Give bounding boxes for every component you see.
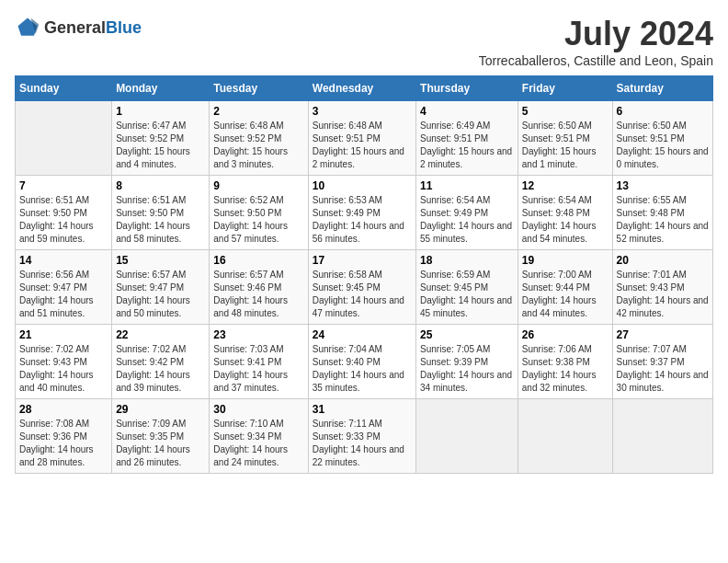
- calendar-day-cell: 7Sunrise: 6:51 AMSunset: 9:50 PMDaylight…: [16, 176, 112, 250]
- calendar-week-row: 28Sunrise: 7:08 AMSunset: 9:36 PMDayligh…: [16, 399, 713, 474]
- day-number: 5: [522, 105, 609, 118]
- calendar-day-cell: 21Sunrise: 7:02 AMSunset: 9:43 PMDayligh…: [16, 325, 112, 399]
- day-info: Sunrise: 6:50 AMSunset: 9:51 PMDaylight:…: [522, 120, 609, 171]
- day-info: Sunrise: 6:51 AMSunset: 9:50 PMDaylight:…: [19, 194, 108, 246]
- logo-text-general: General: [44, 18, 106, 37]
- day-number: 28: [19, 403, 108, 416]
- day-number: 24: [313, 328, 412, 341]
- day-number: 15: [116, 254, 205, 267]
- day-info: Sunrise: 6:52 AMSunset: 9:50 PMDaylight:…: [213, 194, 303, 246]
- day-info: Sunrise: 6:56 AMSunset: 9:47 PMDaylight:…: [19, 269, 108, 320]
- calendar-day-cell: 10Sunrise: 6:53 AMSunset: 9:49 PMDayligh…: [308, 176, 415, 250]
- day-number: 27: [617, 328, 709, 341]
- day-number: 17: [313, 254, 412, 267]
- calendar-day-cell: 14Sunrise: 6:56 AMSunset: 9:47 PMDayligh…: [16, 250, 112, 325]
- day-info: Sunrise: 7:07 AMSunset: 9:37 PMDaylight:…: [617, 343, 709, 395]
- calendar-day-cell: 9Sunrise: 6:52 AMSunset: 9:50 PMDaylight…: [210, 176, 308, 250]
- calendar-table: SundayMondayTuesdayWednesdayThursdayFrid…: [15, 75, 713, 474]
- day-number: 7: [19, 179, 108, 192]
- calendar-day-cell: 27Sunrise: 7:07 AMSunset: 9:37 PMDayligh…: [612, 325, 712, 399]
- day-number: 26: [522, 328, 609, 341]
- day-info: Sunrise: 6:58 AMSunset: 9:45 PMDaylight:…: [313, 269, 412, 320]
- calendar-day-header: Monday: [112, 76, 210, 101]
- day-number: 23: [213, 328, 303, 341]
- calendar-day-cell: 13Sunrise: 6:55 AMSunset: 9:48 PMDayligh…: [612, 176, 712, 250]
- calendar-day-cell: [518, 399, 612, 474]
- calendar-day-cell: 24Sunrise: 7:04 AMSunset: 9:40 PMDayligh…: [308, 325, 415, 399]
- calendar-day-cell: 28Sunrise: 7:08 AMSunset: 9:36 PMDayligh…: [16, 399, 112, 474]
- calendar-day-cell: 4Sunrise: 6:49 AMSunset: 9:51 PMDaylight…: [416, 101, 518, 176]
- calendar-day-cell: 5Sunrise: 6:50 AMSunset: 9:51 PMDaylight…: [518, 101, 612, 176]
- calendar-day-cell: 6Sunrise: 6:50 AMSunset: 9:51 PMDaylight…: [612, 101, 712, 176]
- calendar-week-row: 14Sunrise: 6:56 AMSunset: 9:47 PMDayligh…: [16, 250, 713, 325]
- day-info: Sunrise: 7:10 AMSunset: 9:34 PMDaylight:…: [213, 418, 303, 469]
- day-number: 1: [116, 105, 205, 118]
- calendar-day-cell: [416, 399, 518, 474]
- calendar-week-row: 7Sunrise: 6:51 AMSunset: 9:50 PMDaylight…: [16, 176, 713, 250]
- day-number: 14: [19, 254, 108, 267]
- day-info: Sunrise: 7:02 AMSunset: 9:42 PMDaylight:…: [116, 343, 205, 395]
- logo-text-blue: Blue: [106, 18, 142, 37]
- day-info: Sunrise: 7:11 AMSunset: 9:33 PMDaylight:…: [313, 418, 412, 469]
- day-number: 31: [313, 403, 412, 416]
- page-header: GeneralBlue July 2024 Torrecaballeros, C…: [15, 15, 713, 68]
- day-number: 8: [116, 179, 205, 192]
- day-number: 25: [420, 328, 514, 341]
- day-number: 19: [522, 254, 609, 267]
- calendar-day-cell: 12Sunrise: 6:54 AMSunset: 9:48 PMDayligh…: [518, 176, 612, 250]
- day-info: Sunrise: 6:51 AMSunset: 9:50 PMDaylight:…: [116, 194, 205, 246]
- day-info: Sunrise: 7:06 AMSunset: 9:38 PMDaylight:…: [522, 343, 609, 395]
- calendar-day-cell: 1Sunrise: 6:47 AMSunset: 9:52 PMDaylight…: [112, 101, 210, 176]
- day-info: Sunrise: 6:55 AMSunset: 9:48 PMDaylight:…: [617, 194, 709, 246]
- calendar-day-header: Friday: [518, 76, 612, 101]
- day-info: Sunrise: 6:48 AMSunset: 9:51 PMDaylight:…: [313, 120, 412, 171]
- calendar-day-cell: 3Sunrise: 6:48 AMSunset: 9:51 PMDaylight…: [308, 101, 415, 176]
- day-number: 12: [522, 179, 609, 192]
- calendar-day-cell: 31Sunrise: 7:11 AMSunset: 9:33 PMDayligh…: [308, 399, 415, 474]
- day-number: 21: [19, 328, 108, 341]
- calendar-day-header: Saturday: [612, 76, 712, 101]
- day-number: 10: [313, 179, 412, 192]
- day-number: 16: [213, 254, 303, 267]
- day-number: 18: [420, 254, 514, 267]
- calendar-day-cell: 20Sunrise: 7:01 AMSunset: 9:43 PMDayligh…: [612, 250, 712, 325]
- day-info: Sunrise: 6:54 AMSunset: 9:48 PMDaylight:…: [522, 194, 609, 246]
- calendar-day-cell: 29Sunrise: 7:09 AMSunset: 9:35 PMDayligh…: [112, 399, 210, 474]
- day-number: 4: [420, 105, 514, 118]
- calendar-day-cell: 17Sunrise: 6:58 AMSunset: 9:45 PMDayligh…: [308, 250, 415, 325]
- calendar-day-cell: 23Sunrise: 7:03 AMSunset: 9:41 PMDayligh…: [210, 325, 308, 399]
- day-info: Sunrise: 7:04 AMSunset: 9:40 PMDaylight:…: [313, 343, 412, 395]
- calendar-day-header: Wednesday: [308, 76, 415, 101]
- day-number: 9: [213, 179, 303, 192]
- day-info: Sunrise: 6:57 AMSunset: 9:46 PMDaylight:…: [213, 269, 303, 320]
- calendar-week-row: 21Sunrise: 7:02 AMSunset: 9:43 PMDayligh…: [16, 325, 713, 399]
- logo-icon: [15, 15, 40, 40]
- title-section: July 2024 Torrecaballeros, Castille and …: [479, 15, 713, 68]
- calendar-day-header: Tuesday: [210, 76, 308, 101]
- day-number: 20: [617, 254, 709, 267]
- day-info: Sunrise: 7:00 AMSunset: 9:44 PMDaylight:…: [522, 269, 609, 320]
- day-info: Sunrise: 7:03 AMSunset: 9:41 PMDaylight:…: [213, 343, 303, 395]
- calendar-day-cell: 2Sunrise: 6:48 AMSunset: 9:52 PMDaylight…: [210, 101, 308, 176]
- day-number: 6: [617, 105, 709, 118]
- calendar-day-cell: 30Sunrise: 7:10 AMSunset: 9:34 PMDayligh…: [210, 399, 308, 474]
- month-year-title: July 2024: [479, 15, 713, 53]
- day-info: Sunrise: 6:50 AMSunset: 9:51 PMDaylight:…: [617, 120, 709, 171]
- day-info: Sunrise: 6:53 AMSunset: 9:49 PMDaylight:…: [313, 194, 412, 246]
- day-info: Sunrise: 6:59 AMSunset: 9:45 PMDaylight:…: [420, 269, 514, 320]
- day-info: Sunrise: 7:09 AMSunset: 9:35 PMDaylight:…: [116, 418, 205, 469]
- calendar-day-header: Thursday: [416, 76, 518, 101]
- day-number: 22: [116, 328, 205, 341]
- day-info: Sunrise: 6:54 AMSunset: 9:49 PMDaylight:…: [420, 194, 514, 246]
- location-subtitle: Torrecaballeros, Castille and Leon, Spai…: [479, 53, 713, 68]
- day-info: Sunrise: 7:02 AMSunset: 9:43 PMDaylight:…: [19, 343, 108, 395]
- day-info: Sunrise: 6:47 AMSunset: 9:52 PMDaylight:…: [116, 120, 205, 171]
- day-info: Sunrise: 7:05 AMSunset: 9:39 PMDaylight:…: [420, 343, 514, 395]
- calendar-day-header: Sunday: [16, 76, 112, 101]
- day-number: 30: [213, 403, 303, 416]
- day-number: 2: [213, 105, 303, 118]
- calendar-day-cell: 19Sunrise: 7:00 AMSunset: 9:44 PMDayligh…: [518, 250, 612, 325]
- day-number: 13: [617, 179, 709, 192]
- calendar-day-cell: 18Sunrise: 6:59 AMSunset: 9:45 PMDayligh…: [416, 250, 518, 325]
- day-info: Sunrise: 7:01 AMSunset: 9:43 PMDaylight:…: [617, 269, 709, 320]
